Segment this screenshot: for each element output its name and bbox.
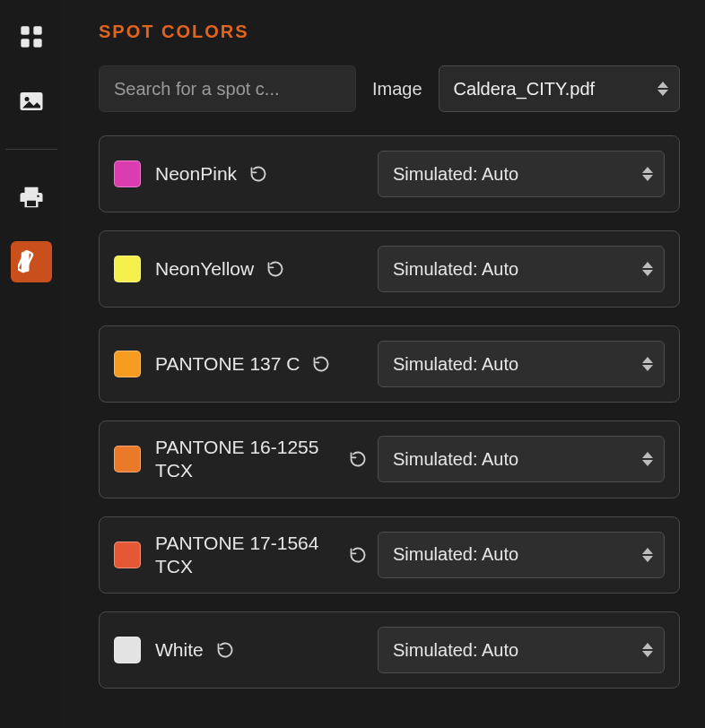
search-row: Image Caldera_CITY.pdf	[99, 65, 680, 112]
spot-color-row: NeonPink Simulated: Auto	[99, 135, 680, 212]
updown-icon	[642, 167, 653, 181]
image-select-value: Caldera_CITY.pdf	[454, 79, 596, 100]
spot-color-name: NeonPink	[155, 162, 237, 186]
refresh-icon[interactable]	[349, 546, 367, 564]
mode-select[interactable]: Simulated: Auto	[378, 246, 665, 292]
spot-color-list: NeonPink Simulated: Auto NeonYellow	[99, 135, 680, 689]
updown-icon	[642, 548, 653, 562]
nav-printer-icon[interactable]	[11, 177, 52, 218]
color-swatch	[114, 446, 141, 472]
svg-point-7	[37, 195, 39, 198]
search-input[interactable]	[99, 65, 356, 112]
updown-icon	[642, 357, 653, 371]
color-swatch	[114, 351, 141, 377]
color-swatch	[114, 637, 141, 663]
refresh-icon[interactable]	[312, 355, 330, 373]
refresh-icon[interactable]	[349, 450, 367, 468]
spot-color-row: NeonYellow Simulated: Auto	[99, 230, 680, 308]
color-swatch	[114, 256, 141, 282]
spot-color-name: White	[155, 638, 204, 662]
updown-icon	[642, 262, 653, 276]
mode-select[interactable]: Simulated: Auto	[378, 436, 665, 482]
nav-image-icon[interactable]	[11, 81, 52, 122]
refresh-icon[interactable]	[266, 260, 284, 278]
mode-select-value: Simulated: Auto	[393, 544, 518, 565]
svg-point-5	[25, 97, 30, 101]
refresh-icon[interactable]	[249, 165, 267, 183]
spot-color-row: PANTONE 16-1255 TCX Simulated: Auto	[99, 420, 680, 498]
mode-select-value: Simulated: Auto	[393, 354, 518, 375]
main-panel: SPOT COLORS Image Caldera_CITY.pdf NeonP…	[63, 0, 705, 728]
nav-swatches-icon[interactable]	[11, 241, 52, 282]
spot-color-row: White Simulated: Auto	[99, 611, 680, 689]
spot-color-name: PANTONE 16-1255 TCX	[155, 436, 336, 483]
sidebar-divider	[5, 149, 57, 150]
updown-icon	[642, 452, 653, 466]
mode-select[interactable]: Simulated: Auto	[378, 151, 665, 197]
sidebar	[0, 0, 63, 728]
svg-rect-3	[33, 39, 41, 47]
svg-rect-6	[27, 201, 36, 206]
svg-rect-2	[21, 39, 29, 47]
mode-select[interactable]: Simulated: Auto	[378, 341, 665, 387]
color-swatch	[114, 542, 141, 568]
color-swatch	[114, 160, 141, 187]
image-label: Image	[372, 79, 422, 100]
svg-rect-0	[21, 26, 29, 34]
mode-select[interactable]: Simulated: Auto	[378, 532, 665, 578]
mode-select-value: Simulated: Auto	[393, 259, 518, 280]
updown-icon	[657, 82, 668, 96]
mode-select[interactable]: Simulated: Auto	[378, 627, 665, 673]
svg-rect-1	[33, 26, 41, 34]
mode-select-value: Simulated: Auto	[393, 449, 518, 470]
spot-color-name: NeonYellow	[155, 257, 254, 281]
image-select[interactable]: Caldera_CITY.pdf	[439, 65, 680, 112]
mode-select-value: Simulated: Auto	[393, 640, 518, 661]
spot-color-row: PANTONE 17-1564 TCX Simulated: Auto	[99, 516, 680, 594]
nav-grid-icon[interactable]	[11, 16, 52, 57]
spot-color-name: PANTONE 137 C	[155, 352, 300, 376]
updown-icon	[642, 643, 653, 657]
panel-title: SPOT COLORS	[99, 22, 680, 42]
mode-select-value: Simulated: Auto	[393, 164, 518, 185]
spot-color-row: PANTONE 137 C Simulated: Auto	[99, 325, 680, 403]
refresh-icon[interactable]	[216, 641, 234, 659]
spot-color-name: PANTONE 17-1564 TCX	[155, 532, 336, 579]
